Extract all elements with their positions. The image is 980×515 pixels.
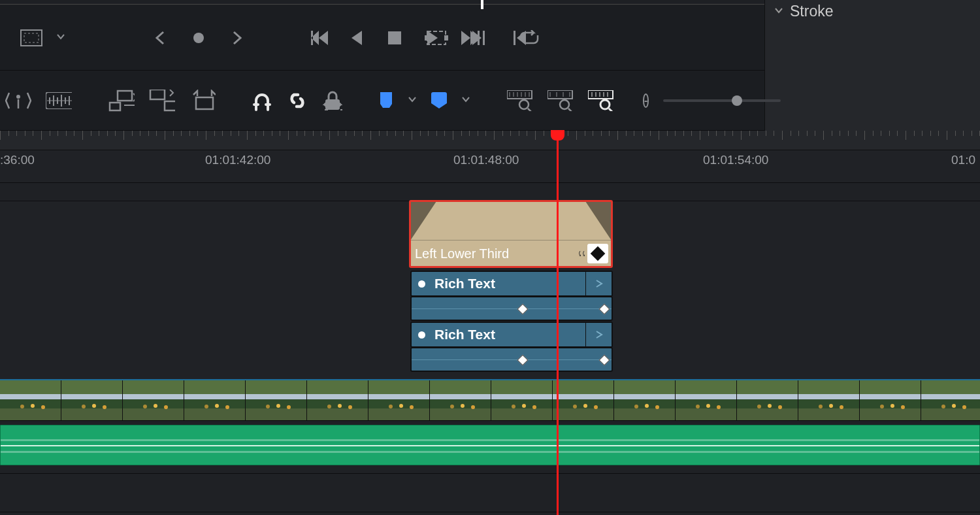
audio-waveform-icon [1,445,979,446]
track-empty [0,473,980,512]
keyframe-curve-icon: ⤹⤹ [577,250,585,258]
clip-marker-button[interactable] [431,88,447,114]
clip-thumbnail [737,380,798,420]
svg-point-2 [193,33,204,43]
minus-icon: - [644,95,647,107]
clip-thumbnail [491,380,553,420]
expand-lane-button[interactable] [585,323,612,346]
svg-point-20 [600,100,610,109]
svg-rect-11 [150,90,165,99]
zoom-out-button[interactable]: - [643,93,649,108]
keyframe-diamond-icon[interactable] [599,355,610,366]
keyframe-strip-1[interactable] [410,296,613,321]
timeline-ruler[interactable]: /*ticks drawn below via JS-less spans*/ [0,131,980,150]
clip-thumbnail [184,380,246,420]
clip-thumbnail [430,380,491,420]
keyframe-lane-label: Rich Text [434,276,495,291]
svg-rect-13 [196,97,213,109]
zoom-detail-button[interactable] [507,88,533,114]
keyframe-lane-label: Rich Text [434,327,495,342]
svg-rect-5 [425,35,429,41]
keyframe-strip-2[interactable] [410,347,613,372]
capture-frame-button[interactable] [423,25,449,51]
clip-thumbnail [553,380,614,420]
keyframe-lane-rich-text-1[interactable]: Rich Text [410,271,613,297]
audio-track[interactable] [0,421,980,473]
goto-start-button[interactable] [507,25,533,51]
keyframe-diamond-icon[interactable] [599,304,610,315]
video-track[interactable] [0,379,980,421]
goto-first-frame-button[interactable] [306,25,332,51]
audio-clip[interactable] [0,425,980,465]
record-button[interactable] [186,25,212,51]
keyframe-diamond-icon[interactable] [517,355,529,366]
expand-lane-button[interactable] [585,272,612,295]
svg-rect-3 [388,31,401,44]
clip-thumbnail [61,380,123,420]
clip-title-left-lower-third[interactable]: Left Lower Third ⤹⤹ [409,200,613,268]
svg-rect-14 [325,99,340,110]
chevron-down-icon [774,6,783,17]
zoom-slider[interactable] [663,99,781,102]
inspector-section-label: Stroke [790,3,833,20]
zoom-custom-button[interactable] [547,88,574,114]
chevron-down-icon[interactable] [56,32,65,44]
stop-button[interactable] [382,25,408,51]
play-reverse-button[interactable] [344,25,370,51]
clip-thumbnail [921,380,980,420]
position-lock-button[interactable] [323,88,342,114]
snapping-button[interactable] [252,88,272,114]
prev-keyframe-button[interactable] [148,25,174,51]
goto-end-button[interactable] [465,25,491,51]
swap-clip-button[interactable] [189,88,216,114]
timeline-timecodes[interactable]: :36:00 01:01:42:00 01:01:48:00 01:01:54:… [0,150,980,183]
svg-point-18 [560,100,569,109]
svg-rect-1 [24,33,39,42]
svg-rect-15 [507,90,532,99]
clip-thumbnail [0,380,61,420]
keyframe-anchor-icon [418,280,425,288]
track-spacer [0,183,980,201]
audio-waveform-icon [1,439,979,441]
playhead[interactable] [557,131,559,515]
timeline-area: /*ticks drawn below via JS-less spans*/ … [0,131,980,515]
chevron-down-icon[interactable] [461,95,470,107]
flag-marker-button[interactable] [379,88,393,114]
svg-point-7 [16,95,20,99]
linked-selection-button[interactable] [286,88,308,114]
clip-thumbnail [123,380,184,420]
svg-point-16 [519,100,529,109]
clip-thumbnail [307,380,368,420]
clip-divider [411,240,611,241]
clip-thumbnail [368,380,430,420]
tracks-container: Left Lower Third ⤹⤹ Rich Text Rich Text [0,183,980,201]
audio-scrub-button[interactable] [46,88,72,114]
insert-clip-before-button[interactable] [108,88,135,114]
safe-area-button[interactable] [18,25,44,51]
svg-rect-0 [21,30,42,46]
timecode-label: 01:01:42:00 [205,153,270,167]
clip-thumbnail [246,380,307,420]
insert-clip-after-button[interactable] [149,88,175,114]
transport-toolbar [0,5,764,71]
timecode-label: 01:01:48:00 [453,153,519,167]
zoom-full-button[interactable] [588,88,614,114]
timecode-label: 01:01:54:00 [703,153,768,167]
timecode-label: :36:00 [0,153,35,167]
chevron-down-icon[interactable] [408,95,417,107]
keyframe-lane-rich-text-2[interactable]: Rich Text [410,322,613,348]
next-keyframe-button[interactable] [223,25,250,51]
inspector-section-stroke[interactable]: Stroke [765,0,980,23]
clip-thumbnail [860,380,921,420]
clip-thumbnail [676,380,737,420]
clip-fade-in-icon [410,201,436,241]
edit-toolbar: - [0,71,764,131]
svg-rect-4 [427,31,446,44]
timecode-label: 01:0 [951,153,975,167]
keyframe-toggle-button[interactable] [587,244,608,263]
playhead-handle-icon[interactable] [551,130,564,141]
zoom-slider-knob[interactable] [732,95,742,106]
keyframe-diamond-icon[interactable] [517,304,529,315]
range-selection-button[interactable] [5,88,31,114]
audio-waveform-icon [1,451,979,453]
